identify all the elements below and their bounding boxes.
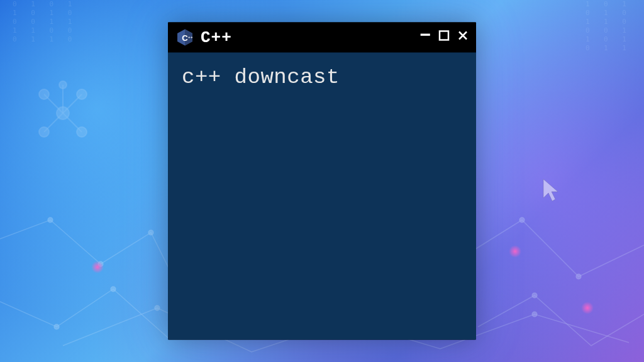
window-title: C++ bbox=[201, 28, 413, 47]
svg-rect-27 bbox=[440, 31, 448, 40]
decorative-dot bbox=[581, 302, 594, 314]
svg-point-21 bbox=[532, 312, 537, 317]
svg-text:C: C bbox=[182, 33, 188, 43]
svg-text:+: + bbox=[191, 35, 193, 40]
close-button[interactable] bbox=[457, 30, 469, 45]
cpp-logo-icon: C + + bbox=[175, 28, 194, 47]
terminal-content: c++ downcast bbox=[182, 65, 462, 89]
terminal-window: C + + C++ − c++ downcast bbox=[168, 23, 476, 340]
svg-point-18 bbox=[532, 293, 537, 298]
decorative-cursor bbox=[540, 176, 562, 207]
decorative-dot bbox=[509, 245, 521, 258]
svg-point-16 bbox=[519, 217, 525, 222]
terminal-body[interactable]: c++ downcast bbox=[168, 53, 476, 340]
window-controls: − bbox=[419, 28, 469, 47]
svg-point-19 bbox=[155, 305, 160, 310]
window-titlebar[interactable]: C + + C++ − bbox=[168, 23, 476, 53]
maximize-button[interactable] bbox=[438, 30, 450, 45]
svg-point-14 bbox=[54, 324, 59, 329]
svg-point-17 bbox=[576, 274, 581, 279]
svg-point-15 bbox=[111, 287, 116, 292]
svg-point-11 bbox=[48, 217, 53, 222]
decorative-dot bbox=[91, 261, 104, 273]
svg-point-13 bbox=[148, 230, 153, 235]
minimize-button[interactable]: − bbox=[419, 26, 431, 45]
